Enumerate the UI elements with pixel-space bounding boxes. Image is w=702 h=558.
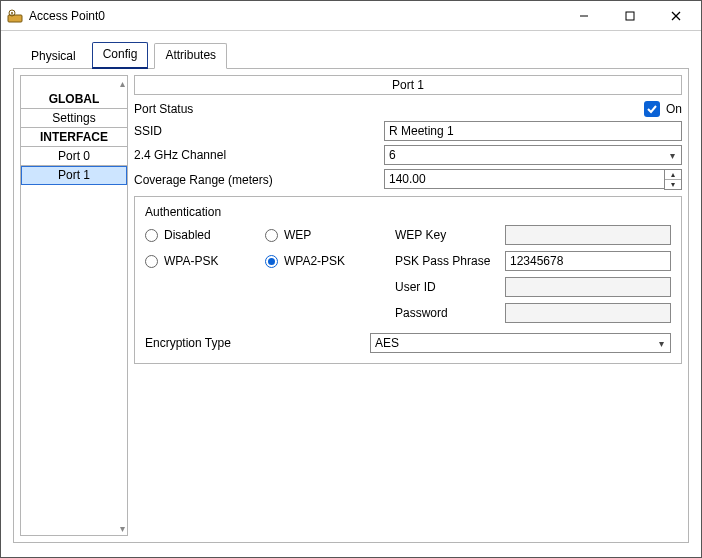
auth-radio-disabled[interactable]: Disabled (145, 228, 265, 242)
close-button[interactable] (653, 1, 699, 31)
password-input (505, 303, 671, 323)
coverage-label: Coverage Range (meters) (134, 173, 384, 187)
coverage-spinner[interactable]: ▴ ▾ (384, 169, 682, 190)
sidebar-item-port0[interactable]: Port 0 (21, 147, 127, 166)
coverage-step-up[interactable]: ▴ (665, 170, 681, 180)
chevron-down-icon: ▾ (655, 338, 668, 349)
wep-key-label: WEP Key (395, 228, 505, 242)
channel-select[interactable]: 6 ▾ (384, 145, 682, 165)
encryption-value: AES (375, 336, 399, 350)
sidebar-scroll-down[interactable]: ▾ (21, 521, 127, 535)
auth-radio-wpa2-psk[interactable]: WPA2-PSK (265, 254, 395, 268)
psk-input[interactable] (505, 251, 671, 271)
sidebar-scroll-up[interactable]: ▴ (21, 76, 127, 90)
encryption-label: Encryption Type (145, 336, 360, 350)
svg-rect-0 (8, 15, 22, 22)
tab-physical[interactable]: Physical (21, 45, 86, 69)
channel-value: 6 (389, 148, 396, 162)
tab-panel: ▴ GLOBAL Settings INTERFACE Port 0 Port … (13, 68, 689, 543)
tab-attributes[interactable]: Attributes (154, 43, 227, 69)
svg-point-2 (11, 12, 13, 14)
port-status-checkbox[interactable] (644, 101, 660, 117)
auth-radio-wpa-psk[interactable]: WPA-PSK (145, 254, 265, 268)
sidebar-item-settings[interactable]: Settings (21, 109, 127, 128)
tab-config[interactable]: Config (92, 42, 149, 69)
ssid-input[interactable] (384, 121, 682, 141)
sidebar-item-port1[interactable]: Port 1 (21, 166, 127, 185)
sidebar-header-interface: INTERFACE (21, 128, 127, 147)
svg-rect-4 (626, 12, 634, 20)
password-label: Password (395, 306, 505, 320)
encryption-select[interactable]: AES ▾ (370, 333, 671, 353)
ssid-label: SSID (134, 124, 384, 138)
sidebar: ▴ GLOBAL Settings INTERFACE Port 0 Port … (20, 75, 128, 536)
channel-label: 2.4 GHz Channel (134, 148, 384, 162)
tabs: Physical Config Attributes (13, 41, 689, 68)
coverage-input[interactable] (384, 169, 664, 189)
titlebar: Access Point0 (1, 1, 701, 31)
coverage-step-down[interactable]: ▾ (665, 180, 681, 189)
window-title: Access Point0 (29, 9, 105, 23)
panel-title: Port 1 (134, 75, 682, 95)
app-window: Access Point0 Physical Config Attributes… (0, 0, 702, 558)
auth-radio-wep[interactable]: WEP (265, 228, 395, 242)
minimize-button[interactable] (561, 1, 607, 31)
auth-groupbox: Authentication Disabled WEP WEP Key (134, 196, 682, 364)
sidebar-header-global: GLOBAL (21, 90, 127, 109)
port-status-label: Port Status (134, 102, 384, 116)
chevron-down-icon: ▾ (666, 150, 679, 161)
port-status-on-label: On (666, 102, 682, 116)
userid-input (505, 277, 671, 297)
maximize-button[interactable] (607, 1, 653, 31)
auth-group-label: Authentication (145, 205, 671, 219)
main-panel: Port 1 Port Status On S (134, 75, 682, 536)
wep-key-input (505, 225, 671, 245)
userid-label: User ID (395, 280, 505, 294)
psk-label: PSK Pass Phrase (395, 254, 505, 268)
app-icon (7, 8, 23, 24)
